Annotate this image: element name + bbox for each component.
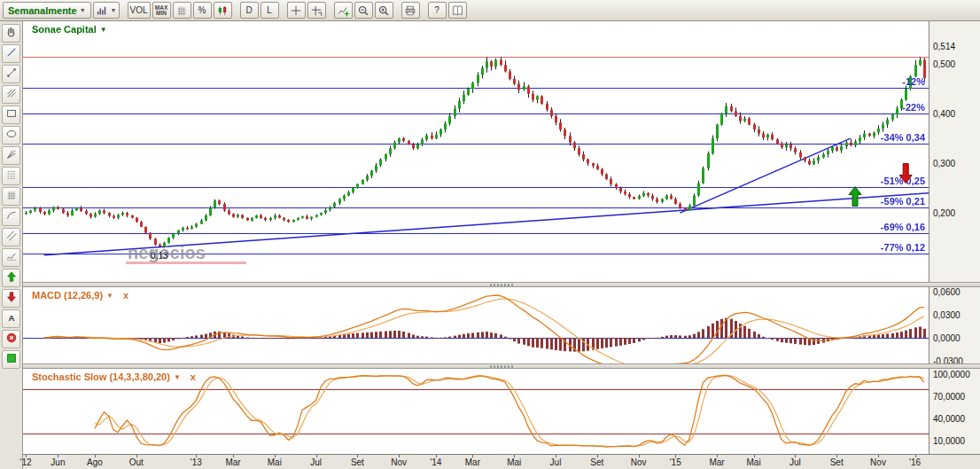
time-axis-label: Nov xyxy=(631,457,647,467)
time-axis-label: Mar xyxy=(225,457,240,467)
stochastic-panel: Stochastic Slow (14,3,3,80,20) ▼ x 100,0… xyxy=(23,369,980,454)
stochastic-axis-label: 70,0000 xyxy=(933,392,965,402)
stochastic-axis-label: 10,0000 xyxy=(933,436,965,446)
macd-axis-label: 0,0000 xyxy=(933,333,961,343)
text-tool[interactable]: A xyxy=(2,309,20,328)
chevron-down-icon: ▼ xyxy=(111,7,117,13)
maxmin-toggle[interactable]: MAXMIN xyxy=(152,2,171,19)
price-axis-label: 0,400 xyxy=(933,109,955,119)
arrow-down-tool[interactable] xyxy=(2,289,20,308)
close-macd-button[interactable]: x xyxy=(123,290,128,301)
macd-title[interactable]: MACD (12,26,9) ▼ x xyxy=(32,290,128,301)
time-axis-label: '15 xyxy=(670,457,681,467)
time-axis-label: Nov xyxy=(870,457,886,467)
macd-canvas[interactable] xyxy=(23,287,929,363)
close-stochastic-button[interactable]: x xyxy=(191,371,196,382)
crosshair-ruler-button[interactable] xyxy=(307,2,326,19)
time-axis-label: Set xyxy=(351,457,364,467)
time-axis-label: Mai xyxy=(268,457,282,467)
fan-tool[interactable] xyxy=(2,146,20,165)
hand-tool[interactable] xyxy=(2,24,20,43)
bars-icon xyxy=(96,4,108,17)
add-indicator-button[interactable] xyxy=(334,2,353,19)
channel-tool[interactable] xyxy=(2,228,20,246)
interval-select[interactable]: Semanalmente▼ xyxy=(3,2,91,19)
arrow-down-icon xyxy=(5,291,18,307)
manual-button[interactable] xyxy=(448,2,467,19)
symbol-name: Sonae Capital xyxy=(32,24,97,35)
zoom-out-button[interactable] xyxy=(354,2,373,19)
zoom-in-button[interactable] xyxy=(375,2,393,19)
time-axis-label: Set xyxy=(830,457,844,467)
trendline-tool[interactable] xyxy=(2,44,20,63)
arrow-up-icon xyxy=(5,270,18,286)
chevron-down-icon: ▼ xyxy=(106,292,113,300)
macd-axis-label: 0,0300 xyxy=(933,310,961,320)
zoom-out-icon xyxy=(357,4,369,17)
price-panel: Sonae Capital ▼ 0,5000,4000,3000,2000,51… xyxy=(23,21,980,282)
candlestick-toggle[interactable] xyxy=(214,2,232,19)
macd-axis-label: 0,0600 xyxy=(933,287,961,297)
print-button[interactable] xyxy=(401,2,420,19)
pitchfork-icon xyxy=(5,87,18,103)
grid-icon xyxy=(175,4,188,17)
chart-body: A Sonae Capital ▼ 0,5000,4000,3000,2000,… xyxy=(0,21,980,469)
swatch-icon xyxy=(5,352,18,368)
time-axis-label: Mai xyxy=(507,457,521,467)
time-axis-label: Mai xyxy=(747,457,761,467)
arc-tool[interactable] xyxy=(2,207,20,226)
chart-application: Semanalmente▼▼VOLMAXMIN%DL? A Sonae Capi… xyxy=(0,0,980,469)
price-axis: 0,5000,4000,3000,2000,514 xyxy=(929,21,980,282)
zoom-in-icon xyxy=(377,4,390,17)
ellipse-icon xyxy=(5,128,18,144)
segment-tool[interactable] xyxy=(2,65,20,83)
time-axis-label: Jul xyxy=(550,457,562,467)
volume-toggle[interactable]: VOL xyxy=(128,2,151,19)
maxmin-toggle-label2: MIN xyxy=(156,11,167,16)
crosshair-button[interactable] xyxy=(287,2,306,19)
fib-grid-tool[interactable] xyxy=(2,167,20,185)
day-interval-button-label: D xyxy=(245,5,252,15)
candles-icon xyxy=(216,4,229,17)
book-icon xyxy=(451,4,464,17)
print-icon xyxy=(404,4,416,17)
line-chart-button[interactable]: L xyxy=(261,2,279,19)
day-interval-button[interactable]: D xyxy=(240,2,259,19)
arrow-up-tool[interactable] xyxy=(2,269,20,287)
pitchfork-tool[interactable] xyxy=(2,85,20,104)
percent-scale-toggle[interactable]: % xyxy=(193,2,212,19)
svg-text:A: A xyxy=(8,312,14,322)
chart-style-select[interactable]: ▼ xyxy=(93,2,120,19)
help-button[interactable]: ? xyxy=(428,2,447,19)
time-axis-label: Jul xyxy=(789,457,801,467)
wave-tool[interactable] xyxy=(2,248,20,267)
time-axis-label: Nov xyxy=(391,457,407,467)
macd-plot: MACD (12,26,9) ▼ x xyxy=(23,287,929,363)
stochastic-title[interactable]: Stochastic Slow (14,3,3,80,20) ▼ x xyxy=(32,371,196,382)
chevron-down-icon: ▼ xyxy=(100,26,107,34)
macd-panel: MACD (12,26,9) ▼ x 0,06000,03000,0000-0,… xyxy=(23,287,980,363)
segment-icon xyxy=(5,66,18,82)
price-axis-label: 0,200 xyxy=(933,208,955,218)
time-axis-label: '12 xyxy=(19,457,31,467)
grid-tool[interactable] xyxy=(2,187,20,206)
ellipse-tool[interactable] xyxy=(2,126,20,145)
time-axis-label: Mar xyxy=(709,457,724,467)
price-axis-label: 0,300 xyxy=(933,159,955,168)
fib-grid-icon xyxy=(5,168,18,184)
stochastic-plot: Stochastic Slow (14,3,3,80,20) ▼ x xyxy=(23,369,929,454)
symbol-selector[interactable]: Sonae Capital ▼ xyxy=(32,24,107,35)
time-axis-label: '14 xyxy=(430,457,441,467)
interval-select-label: Semanalmente xyxy=(8,5,77,16)
time-axis-label: '13 xyxy=(191,457,202,467)
text-icon: A xyxy=(5,311,18,327)
grid-toggle[interactable] xyxy=(173,2,191,19)
price-axis-label: 0,500 xyxy=(933,59,955,69)
color-swatch-tool[interactable] xyxy=(2,350,20,369)
time-axis: '12JunAgoOut'13MarMaiJulSetNov'14MarMaiJ… xyxy=(23,454,980,469)
price-chart-canvas[interactable] xyxy=(23,21,929,282)
percent-scale-toggle-label: % xyxy=(198,5,206,15)
rectangle-tool[interactable] xyxy=(2,106,20,124)
time-axis-label: Ago xyxy=(87,457,103,467)
delete-drawing-tool[interactable] xyxy=(2,330,20,348)
